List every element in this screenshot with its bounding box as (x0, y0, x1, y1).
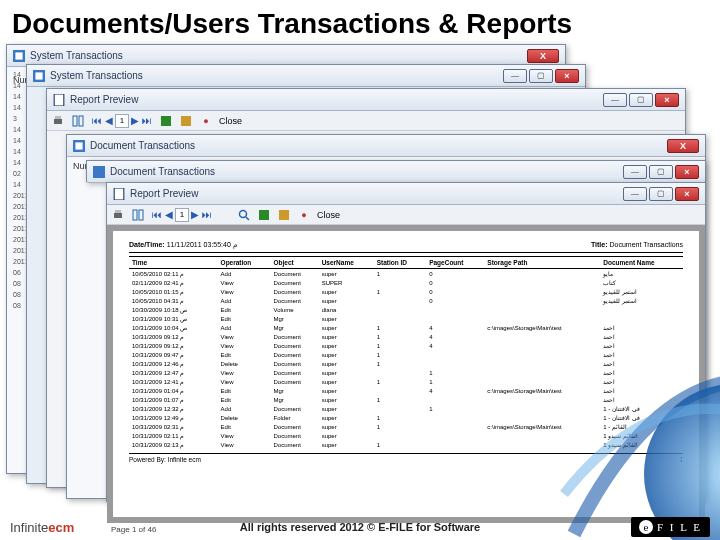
report-powered: Powered By: Infinite ecm (129, 456, 201, 463)
maximize-button[interactable]: ▢ (649, 165, 673, 179)
table-row: 10/05/2010 04:31 مAddDocumentsuper0استمر… (129, 296, 683, 305)
export-icon[interactable] (257, 208, 271, 222)
footer-bar: Infiniteecm All rights reserved 2012 © E… (0, 514, 720, 540)
table-header: Operation (218, 257, 271, 269)
table-row: 10/31/2009 02:13 مViewDocumentsuper1القا… (129, 440, 683, 449)
window-document-transactions-inner: Document Transactions — ▢ × (86, 160, 706, 182)
table-header: PageCount (426, 257, 484, 269)
app-icon (73, 140, 85, 152)
window-title: Report Preview (130, 188, 198, 199)
report-paper: Date/Time: 11/11/2011 03:55:40 م Title: … (113, 231, 699, 517)
table-header: Time (129, 257, 218, 269)
svg-rect-3 (35, 72, 42, 79)
svg-rect-21 (259, 210, 269, 220)
close-button[interactable]: × (655, 93, 679, 107)
table-row: 10/31/2009 01:07 مEditMgrsuper1احمد (129, 395, 683, 404)
close-button[interactable]: X (527, 49, 559, 63)
last-page-icon[interactable]: ⏭ (201, 208, 213, 222)
report-icon (53, 94, 65, 106)
page-input[interactable] (175, 208, 189, 222)
table-header: Station ID (374, 257, 426, 269)
svg-rect-16 (115, 210, 121, 213)
close-label[interactable]: Close (317, 210, 340, 220)
export-icon[interactable] (159, 114, 173, 128)
minimize-button[interactable]: — (623, 165, 647, 179)
maximize-button[interactable]: ▢ (649, 187, 673, 201)
prev-page-icon[interactable]: ◀ (163, 208, 175, 222)
minimize-button[interactable]: — (623, 187, 647, 201)
table-row: 10/31/2009 09:12 مViewDocumentsuper14احم… (129, 341, 683, 350)
minimize-button[interactable]: — (603, 93, 627, 107)
maximize-button[interactable]: ▢ (629, 93, 653, 107)
save-icon[interactable] (277, 208, 291, 222)
report-page-num: 1 (679, 456, 683, 463)
table-row: 10/31/2009 12:49 مDeleteFoldersuper1في ا… (129, 413, 683, 422)
print-icon[interactable] (51, 114, 65, 128)
close-button[interactable]: X (667, 139, 699, 153)
page-input[interactable] (115, 114, 129, 128)
last-page-icon[interactable]: ⏭ (141, 114, 153, 128)
report-toolbar: ⏮ ◀ ▶ ⏭ ● Close (47, 111, 685, 131)
close-button[interactable]: × (555, 69, 579, 83)
report-title-value: Document Transactions (609, 241, 683, 248)
report-viewport: Date/Time: 11/11/2011 03:55:40 م Title: … (107, 225, 705, 523)
minimize-button[interactable]: — (503, 69, 527, 83)
report-toolbar: ⏮ ◀ ▶ ⏭ ● Close (107, 205, 705, 225)
slide-title: Documents/Users Transactions & Reports (0, 0, 720, 44)
close-icon[interactable]: ● (297, 208, 311, 222)
report-icon (113, 188, 125, 200)
svg-rect-7 (73, 116, 77, 126)
svg-point-19 (240, 210, 247, 217)
zoom-icon[interactable] (237, 208, 251, 222)
window-title: Document Transactions (110, 166, 215, 177)
svg-rect-17 (133, 210, 137, 220)
table-row: 10/31/2009 10:31 صEditMgrsuper (129, 314, 683, 323)
svg-rect-4 (54, 94, 64, 106)
efile-logo: e F I L E (631, 517, 710, 537)
first-page-icon[interactable]: ⏮ (151, 208, 163, 222)
layout-icon[interactable] (71, 114, 85, 128)
infinite-ecm-logo: Infiniteecm (10, 520, 74, 535)
first-page-icon[interactable]: ⏮ (91, 114, 103, 128)
svg-rect-14 (114, 188, 124, 200)
table-row: 10/30/2009 10:18 صEditVolumediana (129, 305, 683, 314)
app-icon (33, 70, 45, 82)
table-row: 10/31/2009 12:47 مViewDocumentsuper1احمد (129, 368, 683, 377)
table-row: 10/31/2009 09:47 مEditDocumentsuper1احمد (129, 350, 683, 359)
table-row: 10/31/2009 12:46 مDeleteDocumentsuper1اح… (129, 359, 683, 368)
layout-icon[interactable] (131, 208, 145, 222)
svg-rect-18 (139, 210, 143, 220)
report-title-label: Title: (591, 241, 608, 248)
table-row: 10/05/2010 02:11 مAddDocumentsuper10مايو (129, 269, 683, 279)
svg-rect-6 (55, 116, 61, 119)
table-header: UserName (319, 257, 374, 269)
maximize-button[interactable]: ▢ (529, 69, 553, 83)
close-button[interactable]: × (675, 165, 699, 179)
svg-line-20 (246, 217, 249, 220)
report-table: TimeOperationObjectUserNameStation IDPag… (129, 256, 683, 449)
window-title: System Transactions (30, 50, 123, 61)
pager-controls: ⏮ ◀ ▶ ⏭ (91, 114, 153, 128)
app-icon (93, 166, 105, 178)
close-icon[interactable]: ● (199, 114, 213, 128)
report-date-value: 11/11/2011 03:55:40 م (167, 241, 237, 248)
next-page-icon[interactable]: ▶ (129, 114, 141, 128)
close-label[interactable]: Close (219, 116, 242, 126)
svg-rect-1 (15, 52, 22, 59)
table-row: 10/31/2009 10:04 صAddMgrsuper14c:\images… (129, 323, 683, 332)
table-row: 02/11/2009 02:41 مViewDocumentSUPER0كتاب (129, 278, 683, 287)
next-page-icon[interactable]: ▶ (189, 208, 201, 222)
save-icon[interactable] (179, 114, 193, 128)
pager-controls: ⏮ ◀ ▶ ⏭ (151, 208, 213, 222)
svg-rect-12 (75, 142, 82, 149)
print-icon[interactable] (111, 208, 125, 222)
window-title: Report Preview (70, 94, 138, 105)
copyright-text: All rights reserved 2012 © E-FILE for So… (240, 521, 480, 533)
table-row: 10/31/2009 02:11 مViewDocumentsuperالقائ… (129, 431, 683, 440)
close-button[interactable]: × (675, 187, 699, 201)
table-row: 10/05/2010 01:15 مViewDocumentsuper10است… (129, 287, 683, 296)
svg-rect-22 (279, 210, 289, 220)
prev-page-icon[interactable]: ◀ (103, 114, 115, 128)
svg-rect-13 (93, 166, 105, 178)
svg-rect-15 (114, 213, 122, 218)
